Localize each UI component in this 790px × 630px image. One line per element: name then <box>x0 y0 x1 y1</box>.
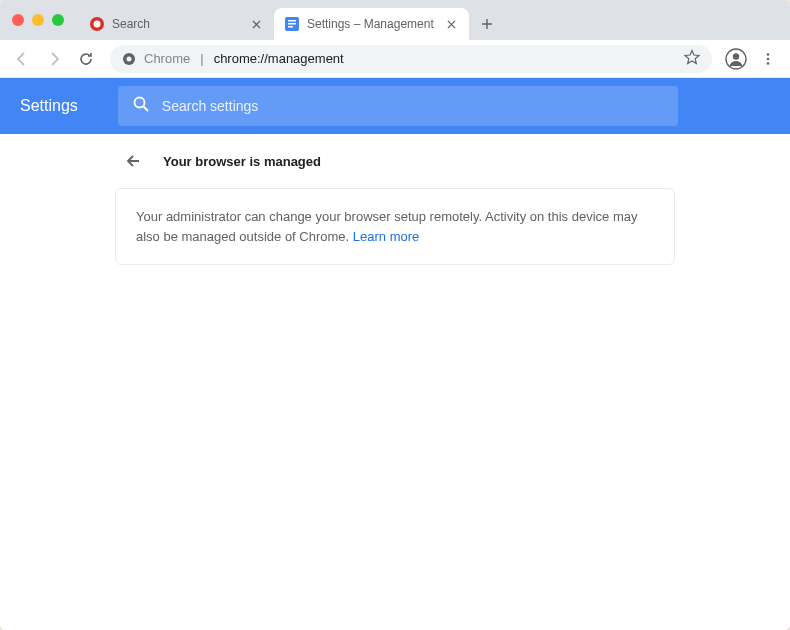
settings-app-title: Settings <box>20 97 78 115</box>
svg-point-10 <box>767 53 770 56</box>
search-favicon <box>89 16 105 32</box>
settings-body: Your browser is managed Your administrat… <box>0 134 790 630</box>
tab-close-button[interactable] <box>248 16 264 32</box>
svg-point-7 <box>127 56 132 61</box>
close-window-button[interactable] <box>12 14 24 26</box>
address-bar[interactable]: Chrome | chrome://management <box>110 45 712 73</box>
svg-point-11 <box>767 57 770 60</box>
tab-search[interactable]: Search <box>79 8 274 40</box>
page-content: Settings Your browser is managed Your ad… <box>0 78 790 630</box>
forward-button[interactable] <box>40 45 68 73</box>
management-info-card: Your administrator can change your brows… <box>115 188 675 265</box>
bookmark-star-icon[interactable] <box>684 49 700 68</box>
settings-search-box[interactable] <box>118 86 678 126</box>
panel-title: Your browser is managed <box>163 154 321 169</box>
tab-close-button[interactable] <box>443 16 459 32</box>
browser-window: Search Settings – Management <box>0 0 790 630</box>
menu-button[interactable] <box>754 45 782 73</box>
toolbar: Chrome | chrome://management <box>0 40 790 78</box>
new-tab-button[interactable] <box>473 10 501 38</box>
url-separator: | <box>200 51 203 66</box>
svg-point-1 <box>94 21 101 28</box>
window-controls <box>12 14 64 26</box>
settings-panel: Your browser is managed Your administrat… <box>115 134 675 630</box>
svg-rect-4 <box>288 23 296 25</box>
reload-button[interactable] <box>72 45 100 73</box>
search-icon <box>132 95 150 117</box>
svg-point-12 <box>767 62 770 65</box>
profile-button[interactable] <box>722 45 750 73</box>
tab-settings-management[interactable]: Settings – Management <box>274 8 469 40</box>
tab-strip: Search Settings – Management <box>79 0 790 40</box>
svg-rect-5 <box>288 26 293 28</box>
learn-more-link[interactable]: Learn more <box>353 229 419 244</box>
settings-favicon <box>284 16 300 32</box>
back-button[interactable] <box>8 45 36 73</box>
back-arrow-button[interactable] <box>125 152 143 170</box>
minimize-window-button[interactable] <box>32 14 44 26</box>
svg-point-13 <box>134 98 144 108</box>
url-scheme-label: Chrome <box>144 51 190 66</box>
tab-title: Search <box>112 17 241 31</box>
svg-rect-3 <box>288 20 296 22</box>
tab-title: Settings – Management <box>307 17 436 31</box>
maximize-window-button[interactable] <box>52 14 64 26</box>
settings-search-input[interactable] <box>162 98 664 114</box>
titlebar: Search Settings – Management <box>0 0 790 40</box>
chrome-icon <box>122 52 136 66</box>
panel-header: Your browser is managed <box>115 134 675 188</box>
url-text: chrome://management <box>214 51 344 66</box>
settings-header: Settings <box>0 78 790 134</box>
svg-point-9 <box>733 53 739 59</box>
